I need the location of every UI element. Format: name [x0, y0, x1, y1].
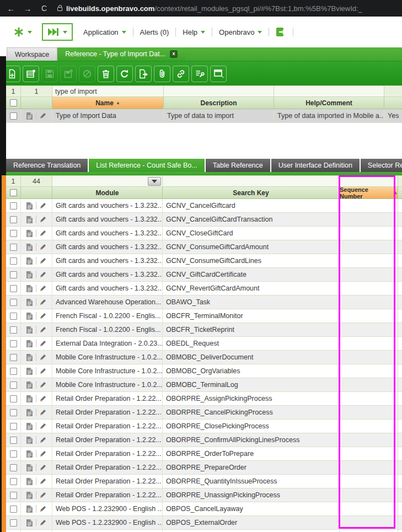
link-button[interactable]: [173, 66, 189, 82]
delete-button[interactable]: [98, 66, 114, 82]
record-form-icon[interactable]: [26, 477, 33, 486]
edit-pencil-icon[interactable]: [39, 505, 47, 513]
child-tab-selector-refer[interactable]: Selector Refer...: [361, 159, 402, 172]
record-form-icon[interactable]: [26, 464, 33, 472]
edit-pencil-icon[interactable]: [39, 243, 47, 251]
record-form-icon[interactable]: [26, 436, 33, 444]
table-row[interactable]: External Data Integration - 2.0.23...OBE…: [6, 337, 402, 351]
table-row[interactable]: Retail Order Preparation - 1.2.22...OBOR…: [6, 420, 402, 433]
select-all-checkbox[interactable]: [10, 99, 17, 106]
tab-reference-active[interactable]: Reference - Type of Import Dat... x: [57, 47, 185, 61]
record-form-icon[interactable]: [26, 243, 33, 251]
toggle-form-view-button[interactable]: [210, 66, 227, 82]
row-checkbox[interactable]: [10, 478, 17, 485]
record-form-icon[interactable]: [26, 367, 33, 375]
table-row[interactable]: Retail Order Preparation - 1.2.22...OBOR…: [6, 392, 402, 406]
row-checkbox[interactable]: [10, 216, 17, 223]
edit-pencil-icon[interactable]: [39, 202, 47, 209]
browser-reload-icon[interactable]: C: [39, 4, 50, 13]
record-form-icon[interactable]: [26, 326, 33, 334]
row-checkbox[interactable]: [10, 326, 17, 334]
row-checkbox[interactable]: [10, 257, 17, 265]
new-record-button[interactable]: [4, 66, 20, 82]
edit-pencil-icon[interactable]: [39, 450, 47, 458]
edit-pencil-icon[interactable]: [39, 367, 47, 375]
row-checkbox[interactable]: [10, 202, 17, 209]
edit-pencil-icon[interactable]: [39, 257, 47, 265]
record-form-icon[interactable]: [26, 284, 33, 293]
table-row[interactable]: Mobile Core Infrastructure - 1.0.2...OBM…: [6, 351, 402, 364]
record-form-icon[interactable]: [26, 505, 33, 513]
edit-pencil-icon[interactable]: [39, 284, 47, 292]
table-row[interactable]: Web POS - 1.2.232900 - English ...OBPOS_…: [6, 516, 402, 530]
save-close-button[interactable]: [60, 66, 77, 82]
table-row[interactable]: Retail Order Preparation - 1.2.22...OBOR…: [6, 447, 402, 461]
edit-pencil-icon[interactable]: [39, 381, 47, 389]
select-all-checkbox[interactable]: [10, 189, 17, 196]
row-checkbox[interactable]: [10, 340, 17, 347]
table-row[interactable]: Advanced Warehouse Operation...OBAWO_Tas…: [6, 295, 402, 309]
record-form-icon[interactable]: [26, 216, 33, 224]
browser-back-icon[interactable]: ←: [6, 4, 17, 13]
record-form-icon[interactable]: [26, 271, 33, 279]
table-row[interactable]: Retail Order Preparation - 1.2.22...OBOR…: [6, 488, 402, 502]
record-form-icon[interactable]: [26, 422, 33, 431]
table-row[interactable]: Retail Order Preparation - 1.2.22...OBOR…: [6, 475, 402, 488]
edit-pencil-icon[interactable]: [39, 298, 47, 306]
table-row[interactable]: Gift cards and vouchers - 1.3.232...GCNV…: [6, 240, 402, 254]
record-form-icon[interactable]: [26, 229, 33, 238]
sequence-filter-input[interactable]: [340, 176, 398, 186]
menu-help[interactable]: Help: [178, 24, 210, 40]
row-checkbox[interactable]: [10, 423, 17, 430]
row-checkbox[interactable]: [10, 230, 17, 237]
record-form-icon[interactable]: [26, 450, 33, 458]
close-icon[interactable]: x: [170, 50, 178, 58]
row-checkbox[interactable]: [10, 368, 17, 375]
edit-pencil-icon[interactable]: [39, 464, 47, 471]
tab-workspace[interactable]: Workspace: [7, 47, 57, 61]
edit-pencil-icon[interactable]: [39, 326, 47, 334]
record-form-icon[interactable]: [26, 409, 33, 417]
edit-pencil-icon[interactable]: [39, 409, 47, 416]
row-checkbox[interactable]: [10, 285, 17, 292]
audit-button[interactable]: [191, 66, 208, 82]
table-row[interactable]: Gift cards and vouchers - 1.3.232...GCNV…: [6, 254, 402, 268]
row-checkbox[interactable]: [10, 112, 17, 120]
edit-pencil-icon[interactable]: [39, 519, 47, 526]
table-row[interactable]: Mobile Core Infrastructure - 1.0.2...OBM…: [6, 364, 402, 378]
edit-pencil-icon[interactable]: [39, 477, 47, 485]
edit-pencil-icon[interactable]: [39, 112, 47, 120]
row-checkbox[interactable]: [10, 506, 17, 513]
browser-forward-icon[interactable]: →: [22, 4, 33, 13]
quick-create-button[interactable]: [42, 23, 73, 41]
row-checkbox[interactable]: [10, 354, 17, 361]
row-checkbox[interactable]: [10, 519, 17, 526]
save-button[interactable]: [41, 66, 58, 82]
edit-pencil-icon[interactable]: [39, 436, 47, 444]
table-row[interactable]: Gift cards and vouchers - 1.3.232...GCNV…: [6, 268, 402, 282]
module-filter-input[interactable]: [52, 176, 163, 186]
name-filter-input[interactable]: type of import: [52, 86, 164, 96]
column-header-module[interactable]: Module: [52, 187, 163, 199]
row-checkbox[interactable]: [10, 271, 17, 278]
table-row[interactable]: [6, 530, 402, 532]
new-row-grid-button[interactable]: [23, 66, 39, 82]
help-filter-input[interactable]: [274, 86, 384, 96]
edit-pencil-icon[interactable]: [39, 271, 47, 278]
record-form-icon[interactable]: [26, 381, 33, 389]
edit-pencil-icon[interactable]: [39, 422, 47, 430]
row-checkbox[interactable]: [10, 492, 17, 499]
edit-pencil-icon[interactable]: [39, 395, 47, 402]
record-form-icon[interactable]: [26, 202, 33, 210]
module-filter-dropdown-button[interactable]: [148, 177, 161, 186]
edit-pencil-icon[interactable]: [39, 229, 47, 237]
attachment-button[interactable]: [154, 66, 170, 82]
record-form-icon[interactable]: [26, 491, 33, 499]
edit-pencil-icon[interactable]: [39, 312, 47, 320]
undo-button[interactable]: [79, 66, 95, 82]
child-tab-reference-translation[interactable]: Reference Translation: [6, 159, 88, 172]
menu-application[interactable]: Application: [78, 24, 131, 40]
row-checkbox[interactable]: [10, 464, 17, 471]
column-header-sequence-number[interactable]: Sequence Number ▲: [340, 187, 398, 199]
table-row[interactable]: Gift cards and vouchers - 1.3.232...GCNV…: [6, 282, 402, 295]
